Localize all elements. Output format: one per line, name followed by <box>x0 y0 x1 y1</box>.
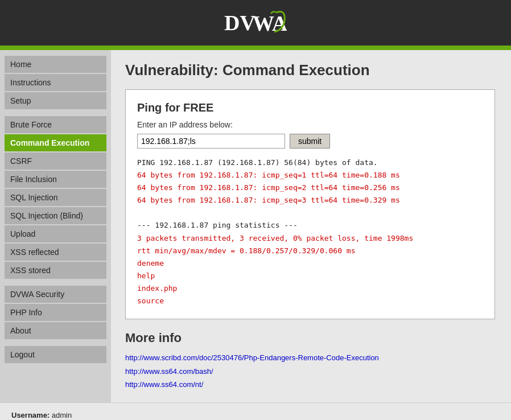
sidebar-item-instructions[interactable]: Instructions <box>5 74 106 91</box>
output-line10: help <box>137 271 155 280</box>
more-info-link-2[interactable]: http://www.ss64.com/bash/ <box>125 365 497 378</box>
more-info-link-1[interactable]: http://www.scribd.com/doc/2530476/Php-En… <box>125 351 497 364</box>
sidebar-item-sql-injection[interactable]: SQL Injection <box>5 189 106 206</box>
output-line3: 64 bytes from 192.168.1.87: icmp_seq=2 t… <box>137 183 400 192</box>
logo-text: DV <box>224 10 256 35</box>
output-line4: 64 bytes from 192.168.1.87: icmp_seq=3 t… <box>137 196 400 204</box>
output-line6: --- 192.168.1.87 ping statistics --- <box>137 221 298 229</box>
page-title: Vulnerability: Command Execution <box>125 61 497 79</box>
output-line8: rtt min/avg/max/mdev = 0.188/0.257/0.329… <box>137 246 356 255</box>
output-line2: 64 bytes from 192.168.1.87: icmp_seq=1 t… <box>137 171 400 179</box>
ping-output: PING 192.168.1.87 (192.168.1.87) 56(84) … <box>137 157 483 307</box>
sidebar: Home Instructions Setup Brute Force Comm… <box>0 50 111 402</box>
ping-box: Ping for FREE Enter an IP address below:… <box>125 89 495 319</box>
more-info-title: More info <box>125 331 497 345</box>
sidebar-item-php-info[interactable]: PHP Info <box>5 304 106 321</box>
green-bar-top <box>0 46 511 50</box>
sidebar-item-sql-injection-blind[interactable]: SQL Injection (Blind) <box>5 207 106 224</box>
more-info-links: http://www.scribd.com/doc/2530476/Php-En… <box>125 351 497 391</box>
content-area: Vulnerability: Command Execution Ping fo… <box>111 50 511 402</box>
sidebar-item-logout[interactable]: Logout <box>5 346 106 363</box>
sidebar-item-setup[interactable]: Setup <box>5 92 106 109</box>
header: DV WA <box>0 0 511 46</box>
username-value: admin <box>52 411 72 419</box>
sidebar-item-dvwa-security[interactable]: DVWA Security <box>5 286 106 303</box>
sidebar-item-file-inclusion[interactable]: File Inclusion <box>5 171 106 188</box>
sidebar-item-xss-reflected[interactable]: XSS reflected <box>5 244 106 261</box>
sidebar-divider-2 <box>5 280 106 286</box>
sidebar-item-home[interactable]: Home <box>5 56 106 73</box>
sidebar-item-csrf[interactable]: CSRF <box>5 153 106 170</box>
sidebar-item-upload[interactable]: Upload <box>5 225 106 242</box>
sidebar-divider-1 <box>5 110 106 116</box>
sidebar-item-about[interactable]: About <box>5 322 106 339</box>
sidebar-item-xss-stored[interactable]: XSS stored <box>5 262 106 279</box>
logo: DV WA <box>224 10 287 35</box>
ping-form: submit <box>137 134 483 149</box>
output-line11: index.php <box>137 284 177 293</box>
sidebar-item-command-execution[interactable]: Command Execution <box>5 134 106 151</box>
user-info: Username: admin Security Level: low PHPI… <box>11 409 77 420</box>
more-info-link-3[interactable]: http://www.ss64.com/nt/ <box>125 378 497 391</box>
sidebar-divider-3 <box>5 340 106 346</box>
main-layout: Home Instructions Setup Brute Force Comm… <box>0 50 511 402</box>
username-label: Username: <box>11 411 50 419</box>
output-line7: 3 packets transmitted, 3 received, 0% pa… <box>137 234 413 242</box>
ping-input-label: Enter an IP address below: <box>137 120 483 129</box>
ip-input[interactable] <box>137 134 285 149</box>
output-line9: deneme <box>137 259 164 267</box>
submit-button[interactable]: submit <box>290 134 330 149</box>
logo-swoosh-icon: WA <box>253 10 287 35</box>
username-line: Username: admin <box>11 409 77 420</box>
svg-text:WA: WA <box>253 11 287 35</box>
ping-box-heading: Ping for FREE <box>137 101 483 114</box>
output-line12: source <box>137 297 164 305</box>
output-line1: PING 192.168.1.87 (192.168.1.87) 56(84) … <box>137 158 378 167</box>
sidebar-item-brute-force[interactable]: Brute Force <box>5 116 106 133</box>
footer-bar: Username: admin Security Level: low PHPI… <box>0 402 511 420</box>
